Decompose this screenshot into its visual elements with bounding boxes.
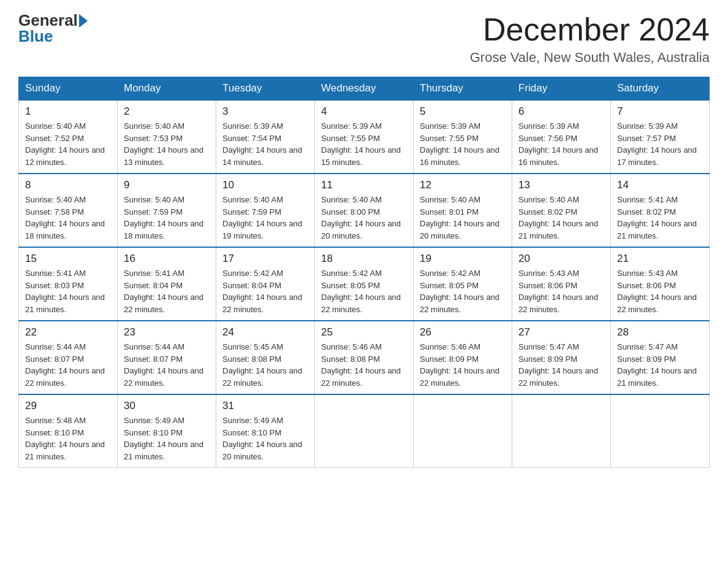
- calendar-cell: 22 Sunrise: 5:44 AM Sunset: 8:07 PM Dayl…: [19, 321, 118, 394]
- day-info: Sunrise: 5:48 AM Sunset: 8:10 PM Dayligh…: [25, 415, 111, 462]
- day-number: 1: [25, 105, 111, 118]
- calendar-cell: 10 Sunrise: 5:40 AM Sunset: 7:59 PM Dayl…: [216, 174, 315, 247]
- day-number: 5: [420, 105, 506, 118]
- calendar-cell: 15 Sunrise: 5:41 AM Sunset: 8:03 PM Dayl…: [19, 247, 118, 321]
- day-info: Sunrise: 5:39 AM Sunset: 7:54 PM Dayligh…: [222, 120, 308, 168]
- calendar-cell: [414, 394, 512, 468]
- day-number: 3: [222, 105, 308, 118]
- calendar-cell: 6 Sunrise: 5:39 AM Sunset: 7:56 PM Dayli…: [512, 100, 611, 174]
- day-info: Sunrise: 5:42 AM Sunset: 8:05 PM Dayligh…: [420, 267, 506, 315]
- calendar-cell: 11 Sunrise: 5:40 AM Sunset: 8:00 PM Dayl…: [315, 174, 414, 247]
- calendar-cell: 3 Sunrise: 5:39 AM Sunset: 7:54 PM Dayli…: [216, 100, 315, 174]
- day-number: 28: [617, 326, 703, 339]
- day-info: Sunrise: 5:46 AM Sunset: 8:09 PM Dayligh…: [420, 341, 506, 389]
- day-number: 31: [222, 400, 308, 412]
- calendar-cell: 8 Sunrise: 5:40 AM Sunset: 7:58 PM Dayli…: [19, 174, 118, 247]
- logo-blue-text: Blue: [18, 28, 53, 44]
- day-number: 6: [518, 105, 604, 118]
- day-info: Sunrise: 5:47 AM Sunset: 8:09 PM Dayligh…: [617, 341, 703, 389]
- day-info: Sunrise: 5:44 AM Sunset: 8:07 PM Dayligh…: [25, 341, 111, 389]
- calendar-week-row: 15 Sunrise: 5:41 AM Sunset: 8:03 PM Dayl…: [19, 247, 710, 321]
- day-number: 15: [25, 253, 111, 265]
- day-number: 30: [124, 400, 210, 412]
- calendar-cell: 7 Sunrise: 5:39 AM Sunset: 7:57 PM Dayli…: [611, 100, 710, 174]
- calendar-cell: 17 Sunrise: 5:42 AM Sunset: 8:04 PM Dayl…: [216, 247, 315, 321]
- day-number: 18: [321, 253, 407, 265]
- day-number: 10: [222, 179, 308, 191]
- logo: General Blue: [18, 12, 88, 44]
- calendar-cell: 26 Sunrise: 5:46 AM Sunset: 8:09 PM Dayl…: [414, 321, 512, 394]
- day-info: Sunrise: 5:40 AM Sunset: 7:52 PM Dayligh…: [25, 120, 111, 168]
- day-info: Sunrise: 5:41 AM Sunset: 8:02 PM Dayligh…: [617, 194, 703, 242]
- logo-general-text: General: [18, 12, 78, 28]
- header-monday: Monday: [118, 77, 216, 101]
- page-header: General Blue December 2024 Grose Vale, N…: [18, 12, 710, 66]
- day-info: Sunrise: 5:40 AM Sunset: 8:01 PM Dayligh…: [420, 194, 506, 242]
- day-number: 11: [321, 179, 407, 191]
- calendar-cell: 25 Sunrise: 5:46 AM Sunset: 8:08 PM Dayl…: [315, 321, 414, 394]
- day-info: Sunrise: 5:44 AM Sunset: 8:07 PM Dayligh…: [124, 341, 210, 389]
- day-info: Sunrise: 5:40 AM Sunset: 7:59 PM Dayligh…: [124, 194, 210, 242]
- day-number: 14: [617, 179, 703, 191]
- calendar-cell: 28 Sunrise: 5:47 AM Sunset: 8:09 PM Dayl…: [611, 321, 710, 394]
- header-friday: Friday: [512, 77, 611, 101]
- calendar-cell: 30 Sunrise: 5:49 AM Sunset: 8:10 PM Dayl…: [118, 394, 216, 468]
- calendar-cell: [512, 394, 611, 468]
- month-title: December 2024: [470, 12, 710, 47]
- day-number: 4: [321, 105, 407, 118]
- calendar-cell: 1 Sunrise: 5:40 AM Sunset: 7:52 PM Dayli…: [19, 100, 118, 174]
- day-number: 13: [518, 179, 604, 191]
- calendar-cell: [611, 394, 710, 468]
- day-info: Sunrise: 5:39 AM Sunset: 7:55 PM Dayligh…: [420, 120, 506, 168]
- day-number: 2: [124, 105, 210, 118]
- calendar-cell: 31 Sunrise: 5:49 AM Sunset: 8:10 PM Dayl…: [216, 394, 315, 468]
- day-number: 19: [420, 253, 506, 265]
- calendar-cell: 13 Sunrise: 5:40 AM Sunset: 8:02 PM Dayl…: [512, 174, 611, 247]
- day-number: 24: [222, 326, 308, 339]
- day-info: Sunrise: 5:49 AM Sunset: 8:10 PM Dayligh…: [222, 415, 308, 462]
- day-number: 20: [518, 253, 604, 265]
- day-number: 27: [518, 326, 604, 339]
- location-title: Grose Vale, New South Wales, Australia: [470, 50, 710, 66]
- day-info: Sunrise: 5:43 AM Sunset: 8:06 PM Dayligh…: [617, 267, 703, 315]
- day-info: Sunrise: 5:40 AM Sunset: 7:59 PM Dayligh…: [222, 194, 308, 242]
- day-number: 22: [25, 326, 111, 339]
- day-number: 17: [222, 253, 308, 265]
- day-info: Sunrise: 5:42 AM Sunset: 8:04 PM Dayligh…: [222, 267, 308, 315]
- calendar-week-row: 29 Sunrise: 5:48 AM Sunset: 8:10 PM Dayl…: [19, 394, 710, 468]
- day-info: Sunrise: 5:40 AM Sunset: 8:00 PM Dayligh…: [321, 194, 407, 242]
- day-number: 25: [321, 326, 407, 339]
- day-number: 7: [617, 105, 703, 118]
- calendar-cell: 2 Sunrise: 5:40 AM Sunset: 7:53 PM Dayli…: [118, 100, 216, 174]
- day-number: 21: [617, 253, 703, 265]
- calendar-cell: 12 Sunrise: 5:40 AM Sunset: 8:01 PM Dayl…: [414, 174, 512, 247]
- calendar-cell: 21 Sunrise: 5:43 AM Sunset: 8:06 PM Dayl…: [611, 247, 710, 321]
- calendar-cell: 14 Sunrise: 5:41 AM Sunset: 8:02 PM Dayl…: [611, 174, 710, 247]
- calendar-week-row: 8 Sunrise: 5:40 AM Sunset: 7:58 PM Dayli…: [19, 174, 710, 247]
- calendar-cell: 16 Sunrise: 5:41 AM Sunset: 8:04 PM Dayl…: [118, 247, 216, 321]
- day-info: Sunrise: 5:39 AM Sunset: 7:55 PM Dayligh…: [321, 120, 407, 168]
- calendar-cell: 9 Sunrise: 5:40 AM Sunset: 7:59 PM Dayli…: [118, 174, 216, 247]
- day-info: Sunrise: 5:41 AM Sunset: 8:04 PM Dayligh…: [124, 267, 210, 315]
- day-info: Sunrise: 5:45 AM Sunset: 8:08 PM Dayligh…: [222, 341, 308, 389]
- day-number: 16: [124, 253, 210, 265]
- day-info: Sunrise: 5:40 AM Sunset: 7:53 PM Dayligh…: [124, 120, 210, 168]
- calendar-cell: 4 Sunrise: 5:39 AM Sunset: 7:55 PM Dayli…: [315, 100, 414, 174]
- day-info: Sunrise: 5:41 AM Sunset: 8:03 PM Dayligh…: [25, 267, 111, 315]
- day-info: Sunrise: 5:49 AM Sunset: 8:10 PM Dayligh…: [124, 415, 210, 462]
- day-number: 26: [420, 326, 506, 339]
- day-info: Sunrise: 5:40 AM Sunset: 7:58 PM Dayligh…: [25, 194, 111, 242]
- day-info: Sunrise: 5:42 AM Sunset: 8:05 PM Dayligh…: [321, 267, 407, 315]
- day-number: 9: [124, 179, 210, 191]
- day-info: Sunrise: 5:47 AM Sunset: 8:09 PM Dayligh…: [518, 341, 604, 389]
- header-sunday: Sunday: [19, 77, 118, 101]
- day-info: Sunrise: 5:39 AM Sunset: 7:56 PM Dayligh…: [518, 120, 604, 168]
- calendar-cell: 24 Sunrise: 5:45 AM Sunset: 8:08 PM Dayl…: [216, 321, 315, 394]
- header-saturday: Saturday: [611, 77, 710, 101]
- calendar-cell: 5 Sunrise: 5:39 AM Sunset: 7:55 PM Dayli…: [414, 100, 512, 174]
- header-wednesday: Wednesday: [315, 77, 414, 101]
- day-number: 8: [25, 179, 111, 191]
- calendar-cell: 23 Sunrise: 5:44 AM Sunset: 8:07 PM Dayl…: [118, 321, 216, 394]
- calendar-week-row: 1 Sunrise: 5:40 AM Sunset: 7:52 PM Dayli…: [19, 100, 710, 174]
- calendar-cell: 19 Sunrise: 5:42 AM Sunset: 8:05 PM Dayl…: [414, 247, 512, 321]
